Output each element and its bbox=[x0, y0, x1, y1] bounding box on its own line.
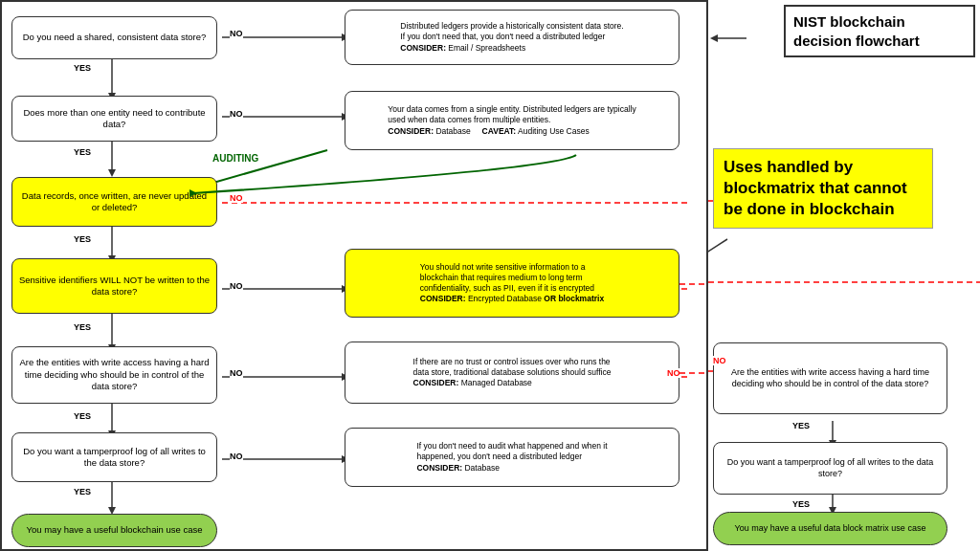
q5-no-box: If there are no trust or control issues … bbox=[345, 342, 679, 404]
q5r-yes-label: YES bbox=[792, 421, 810, 430]
q2-no-box: Your data comes from a single entity. Di… bbox=[345, 91, 679, 150]
q4-yes-label: YES bbox=[74, 322, 91, 332]
q6-no-label: NO bbox=[230, 452, 243, 461]
q6-yes-label: YES bbox=[74, 487, 91, 496]
q5-right-box: Are the entities with write access havin… bbox=[713, 342, 947, 414]
q1-no-box: Distributed ledgers provide a historical… bbox=[345, 10, 679, 65]
q6-no-box: If you don't need to audit what happened… bbox=[345, 428, 679, 487]
q1-no-label: NO bbox=[230, 29, 243, 38]
svg-marker-7 bbox=[108, 169, 116, 177]
main-container: Do you need a shared, consistent data st… bbox=[0, 0, 980, 551]
q5-no-right-label: NO bbox=[667, 368, 680, 378]
q3-yes-label: YES bbox=[74, 234, 91, 244]
yellow-uses-box: Uses handled by blockmatrix that cannot … bbox=[713, 148, 933, 229]
right-panel: NIST blockchain decision flowchart Uses … bbox=[708, 0, 980, 551]
auditing-label: AUDITING bbox=[212, 153, 258, 164]
q5r-no-label: NO bbox=[713, 356, 726, 365]
q2-box: Does more than one entity need to contri… bbox=[11, 96, 217, 142]
q3-box: Data records, once written, are never up… bbox=[11, 177, 217, 227]
svg-marker-31 bbox=[710, 34, 718, 42]
q3-no-label: NO bbox=[230, 193, 243, 203]
result-blockchain-box: You may have a useful blockchain use cas… bbox=[11, 514, 217, 547]
q2-no-label: NO bbox=[230, 109, 243, 119]
q6-box: Do you want a tamperproof log of all wri… bbox=[11, 432, 217, 482]
result-blockmatrix-box: You may have a useful data block matrix … bbox=[713, 512, 947, 545]
q1-box: Do you need a shared, consistent data st… bbox=[11, 16, 217, 59]
q4-no-label: NO bbox=[230, 281, 243, 291]
q5-no-label: NO bbox=[230, 368, 243, 378]
q6-right-box: Do you want a tamperproof log of all wri… bbox=[713, 442, 947, 495]
q1-yes-label: YES bbox=[74, 63, 91, 73]
q6r-yes-label: YES bbox=[792, 499, 810, 509]
q4-box: Sensitive identifiers WILL NOT be writte… bbox=[11, 258, 217, 314]
q2-yes-label: YES bbox=[74, 147, 91, 157]
flowchart-area: Do you need a shared, consistent data st… bbox=[0, 0, 708, 551]
q4-no-box: You should not write sensitive informati… bbox=[345, 249, 679, 318]
svg-line-39 bbox=[708, 239, 727, 282]
q5-box: Are the entities with write access havin… bbox=[11, 346, 217, 404]
nist-title-box: NIST blockchain decision flowchart bbox=[784, 5, 975, 57]
q5-yes-label: YES bbox=[74, 411, 91, 421]
